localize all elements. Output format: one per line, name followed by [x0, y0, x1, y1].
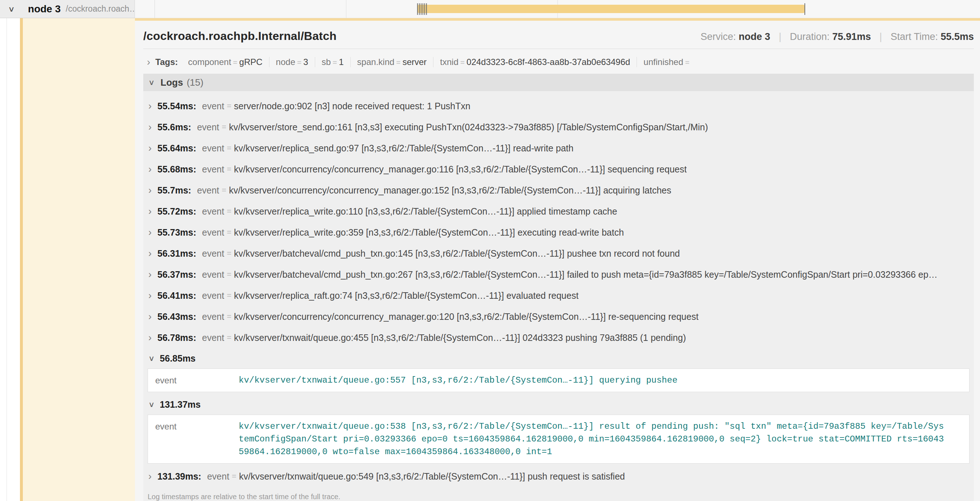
- logs-accordion-header[interactable]: ∨ Logs (15): [143, 74, 974, 91]
- log-marker-tick[interactable]: [417, 3, 418, 15]
- log-expanded-header[interactable]: ∨ 56.85ms: [143, 348, 974, 369]
- column-splitter-line[interactable]: [154, 0, 155, 18]
- chevron-down-icon[interactable]: ∨: [148, 400, 155, 409]
- log-row-collapsed[interactable]: › 55.73ms: event = kv/kvserver/replica_w…: [143, 222, 974, 243]
- log-field-key: event: [155, 374, 239, 387]
- log-field-key: event: [202, 290, 224, 301]
- log-row-collapsed[interactable]: › 56.43ms: event = kv/kvserver/concurren…: [143, 306, 974, 327]
- chevron-down-icon[interactable]: ∨: [148, 78, 155, 87]
- log-field-value: kv/kvserver/batcheval/cmd_push_txn.go:26…: [234, 270, 937, 280]
- equals-sign: =: [227, 207, 231, 216]
- log-field-value: server/node.go:902 [n3] node received re…: [234, 101, 471, 112]
- span-duration-bar[interactable]: [418, 5, 805, 13]
- tags-accordion[interactable]: › Tags: component=gRPC node=3 sb=1 span.…: [143, 54, 974, 70]
- log-keyvalue-card: event kv/kvserver/txnwait/queue.go:538 […: [148, 415, 969, 464]
- span-name-column[interactable]: ∨ node 3 /cockroach.roach…: [0, 0, 135, 18]
- log-marker-tick[interactable]: [419, 3, 420, 15]
- tag-value: 1: [339, 57, 344, 67]
- equals-sign: =: [232, 472, 237, 481]
- detail-header: /cockroach.roachpb.Internal/Batch Servic…: [143, 21, 974, 49]
- log-field-value: kv/kvserver/replica_send.go:97 [n3,s3,r6…: [234, 143, 573, 153]
- service-value: node 3: [739, 31, 770, 42]
- equals-sign: =: [227, 291, 231, 300]
- tags-list: component=gRPC node=3 sb=1 span.kind=ser…: [182, 57, 698, 67]
- log-row-collapsed[interactable]: › 56.41ms: event = kv/kvserver/replica_r…: [143, 285, 974, 306]
- log-row-collapsed[interactable]: › 56.78ms: event = kv/kvserver/txnwait/q…: [143, 327, 974, 348]
- service-label: Service:: [701, 31, 736, 42]
- chevron-right-icon[interactable]: ›: [148, 472, 152, 482]
- log-row-collapsed[interactable]: › 56.37ms: event = kv/kvserver/batcheval…: [143, 264, 974, 285]
- chevron-right-icon[interactable]: ›: [148, 122, 152, 132]
- log-marker-tick[interactable]: [423, 3, 423, 15]
- span-detail-panel: /cockroach.roachpb.Internal/Batch Servic…: [135, 18, 980, 501]
- chevron-right-icon[interactable]: ›: [148, 270, 152, 279]
- log-row-expanded: ∨ 56.85ms event kv/kvserver/txnwait/queu…: [143, 348, 974, 392]
- tag-item[interactable]: unfinished=: [637, 57, 698, 67]
- log-field-key: event: [202, 311, 224, 322]
- log-row-collapsed[interactable]: › 55.72ms: event = kv/kvserver/replica_w…: [143, 201, 974, 222]
- equals-sign: =: [227, 164, 231, 174]
- logs-footer-note: Log timestamps are relative to the start…: [143, 487, 974, 501]
- equals-sign: =: [222, 185, 226, 195]
- duration-value: 75.91ms: [832, 31, 871, 42]
- log-field-value[interactable]: kv/kvserver/txnwait/queue.go:538 [n3,s3,…: [239, 420, 944, 458]
- log-row-expanded: ∨ 131.37ms event kv/kvserver/txnwait/que…: [143, 394, 974, 464]
- equals-sign: =: [222, 122, 226, 132]
- log-expanded-header[interactable]: ∨ 131.37ms: [143, 394, 974, 415]
- chevron-right-icon[interactable]: ›: [148, 333, 152, 343]
- chevron-right-icon[interactable]: ›: [148, 291, 152, 301]
- log-field-value: kv/kvserver/replica_write.go:359 [n3,s3,…: [234, 227, 624, 238]
- log-row-collapsed[interactable]: › 55.6ms: event = kv/kvserver/store_send…: [143, 116, 974, 137]
- log-row-collapsed[interactable]: › 55.68ms: event = kv/kvserver/concurren…: [143, 159, 974, 180]
- log-row-collapsed[interactable]: › 131.39ms: event = kv/kvserver/txnwait/…: [143, 466, 974, 487]
- tag-value: 3: [303, 57, 308, 67]
- chevron-right-icon[interactable]: ›: [148, 249, 152, 258]
- log-timestamp: 55.72ms:: [158, 206, 196, 217]
- meta-divider: |: [779, 31, 781, 42]
- tag-item[interactable]: span.kind=server: [351, 57, 434, 67]
- span-operation-name[interactable]: /cockroach.roach…: [66, 4, 137, 14]
- equals-sign: =: [683, 58, 691, 67]
- log-row-collapsed[interactable]: › 56.31ms: event = kv/kvserver/batcheval…: [143, 243, 974, 264]
- chevron-down-icon[interactable]: ∨: [8, 5, 15, 13]
- tag-value: 024d3323-6c8f-4863-aa8b-37ab0e63496d: [466, 57, 630, 67]
- log-marker-tick[interactable]: [426, 3, 427, 15]
- chevron-right-icon[interactable]: ›: [148, 228, 152, 238]
- chevron-right-icon[interactable]: ›: [148, 312, 152, 322]
- chevron-right-icon[interactable]: ›: [148, 164, 152, 174]
- trace-span-detail-view: ∨ node 3 /cockroach.roach… 75.91ms /cock…: [0, 0, 980, 501]
- tag-item[interactable]: txnid=024d3323-6c8f-4863-aa8b-37ab0e6349…: [433, 57, 637, 67]
- log-timestamp: 56.43ms:: [158, 311, 196, 322]
- log-field-value: kv/kvserver/replica_raft.go:74 [n3,s3,r6…: [234, 290, 579, 301]
- chevron-right-icon[interactable]: ›: [148, 207, 152, 216]
- log-row-collapsed[interactable]: › 55.54ms: event = server/node.go:902 [n…: [143, 96, 974, 116]
- log-marker-tick[interactable]: [424, 3, 425, 15]
- span-service-name[interactable]: node 3: [28, 3, 60, 15]
- log-row-collapsed[interactable]: › 55.7ms: event = kv/kvserver/concurrenc…: [143, 180, 974, 201]
- logs-section: ∨ Logs (15) › 55.54ms: event = server/no…: [143, 74, 974, 501]
- equals-sign: =: [227, 249, 231, 258]
- span-row: ∨ node 3 /cockroach.roach… 75.91ms: [0, 0, 980, 18]
- log-marker-tick[interactable]: [805, 3, 805, 15]
- tag-item[interactable]: sb=1: [315, 57, 351, 67]
- chevron-right-icon[interactable]: ›: [148, 144, 152, 153]
- log-field-value[interactable]: kv/kvserver/txnwait/queue.go:557 [n3,s3,…: [239, 374, 944, 387]
- tag-key: component: [188, 57, 231, 67]
- log-field-value: kv/kvserver/concurrency/concurrency_mana…: [229, 185, 671, 196]
- log-field-value: kv/kvserver/store_send.go:161 [n3,s3] ex…: [229, 122, 708, 132]
- log-field-key: event: [197, 185, 219, 196]
- tag-key: unfinished: [643, 57, 683, 67]
- equals-sign: =: [231, 58, 239, 67]
- log-keyvalue-card: event kv/kvserver/txnwait/queue.go:557 […: [148, 369, 969, 392]
- log-marker-tick[interactable]: [421, 3, 422, 15]
- log-field-key: event: [197, 122, 219, 132]
- chevron-right-icon[interactable]: ›: [148, 185, 152, 195]
- log-row-collapsed[interactable]: › 55.64ms: event = kv/kvserver/replica_s…: [143, 137, 974, 159]
- chevron-down-icon[interactable]: ∨: [148, 354, 155, 363]
- chevron-right-icon[interactable]: ›: [147, 57, 150, 67]
- tag-key: span.kind: [357, 57, 395, 67]
- equals-sign: =: [394, 58, 402, 67]
- chevron-right-icon[interactable]: ›: [148, 101, 152, 111]
- tag-item[interactable]: component=gRPC: [182, 57, 269, 67]
- tag-item[interactable]: node=3: [269, 57, 315, 67]
